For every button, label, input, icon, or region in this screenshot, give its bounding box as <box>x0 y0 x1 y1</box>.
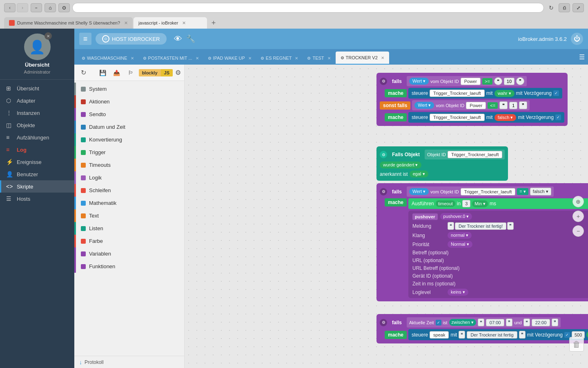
category-aktionen[interactable]: Aktionen <box>74 95 184 108</box>
instanzen-label: Instanzen <box>17 110 40 116</box>
browser-toolbar: ‹ › − ⌂ ⊙ 10.0.0.26 ↻ ⎙ ⤢ <box>0 0 588 16</box>
protocol-down-icon: ↓ <box>79 359 82 366</box>
category-trigger[interactable]: Trigger <box>74 146 184 159</box>
category-datum[interactable]: Datum und Zeit <box>74 121 184 133</box>
address-bar[interactable]: 10.0.0.26 <box>72 3 544 13</box>
browser-tab-2[interactable]: javascript - ioBroker ✕ <box>134 17 207 29</box>
cat-label-variablen: Variablen <box>89 251 111 257</box>
tab2-close[interactable]: ✕ <box>182 20 186 26</box>
refresh-script-button[interactable]: ↻ <box>78 67 89 79</box>
tab-close-1[interactable]: ✕ <box>131 56 134 61</box>
block-falls-1: ⚙ falls Wert ▾ vom Objekt ID Power >= ❝ … <box>376 73 568 126</box>
export-button[interactable]: 📤 <box>111 67 122 79</box>
reload-button[interactable]: ↻ <box>546 3 556 13</box>
tab-label-3: IPAD WAKE UP <box>213 56 245 61</box>
avatar-close-button[interactable]: ✕ <box>45 32 52 40</box>
category-konvertierung[interactable]: Konvertierung <box>74 133 184 146</box>
trash-icon[interactable]: 🗑 <box>569 337 584 352</box>
adapter-icon: ⬡ <box>6 97 13 104</box>
sidebar-item-adapter[interactable]: ⬡ Adapter <box>0 94 74 107</box>
category-text[interactable]: Text <box>74 209 184 222</box>
protocol-bar[interactable]: ↓ Protokoll <box>74 356 184 368</box>
cat-label-aktionen: Aktionen <box>89 99 110 105</box>
nav-back-button[interactable]: ‹ <box>4 3 16 12</box>
script-tab-trockner[interactable]: ⚙ TROCKNER V2 ✕ <box>336 52 389 65</box>
sidebar-item-instanzen[interactable]: ⋮ Instanzen <box>0 107 74 119</box>
scroll-zoom-in-button[interactable]: + <box>572 211 584 222</box>
new-tab-button[interactable]: + <box>208 17 219 29</box>
sidebar-item-log[interactable]: ≡ Log <box>0 144 74 156</box>
script-tab-postkasten[interactable]: ⚙ POSTKASTEN MIT ... ✕ <box>139 52 203 65</box>
browser-tab-1[interactable]: Dumme Waschmaschine mit Shelly S überwac… <box>4 17 133 29</box>
settings-icon[interactable]: ⚙ <box>175 69 181 76</box>
cat-label-schleifen: Schleifen <box>89 187 111 193</box>
sidebar-item-ereignisse[interactable]: ⚡ Ereignisse <box>0 156 74 168</box>
sidebar-username: Übersicht <box>25 62 49 68</box>
cat-label-text: Text <box>89 213 99 219</box>
sidebar-item-benutzer[interactable]: 👤 Benutzer <box>0 168 74 180</box>
sidebar-item-aufzahlungen[interactable]: ≡ Aufzählungen <box>0 131 74 144</box>
gear-icon-2: ⚙ <box>380 151 387 158</box>
host-label: HOST IOBROCKER <box>112 36 160 42</box>
script-tab-test[interactable]: ⚙ TEST ✕ <box>303 52 334 65</box>
nav-forward-button[interactable]: › <box>17 3 28 12</box>
category-mathematik[interactable]: Mathematik <box>74 197 184 209</box>
tab-label-2: POSTKASTEN MIT ... <box>148 56 192 61</box>
blockly-toggle-button[interactable]: blockly <box>139 69 161 76</box>
sidebar-item-objekte[interactable]: ◫ Objekte <box>0 119 74 131</box>
category-system[interactable]: System <box>74 83 184 95</box>
tab-close-6[interactable]: ✕ <box>381 56 384 60</box>
scroll-center-button[interactable]: ⊕ <box>572 196 584 207</box>
category-listen[interactable]: Listen <box>74 222 184 235</box>
sidebar-item-hosts[interactable]: ☰ Hosts <box>0 193 74 205</box>
blockly-workspace[interactable]: ⚙ falls Wert ▾ vom Objekt ID Power >= ❝ … <box>185 65 588 368</box>
host-circle-icon: ⊙ <box>102 35 109 43</box>
hamburger-button[interactable]: ≡ <box>79 33 91 45</box>
tab-close-3[interactable]: ✕ <box>248 56 252 61</box>
gear-icon-1: ⚙ <box>380 78 387 85</box>
category-variablen[interactable]: Variablen <box>74 247 184 260</box>
wrench-icon[interactable]: 🔧 <box>186 34 195 43</box>
power-button[interactable]: ⏻ <box>571 33 583 45</box>
script-tab-esregnet[interactable]: ⚙ ES REGNET ✕ <box>256 52 303 65</box>
hosts-label: Hosts <box>17 196 30 202</box>
flag-button[interactable]: 🏳 <box>125 67 136 79</box>
tab1-close[interactable]: ✕ <box>124 20 128 26</box>
blockly-categories: ↻ 💾 📤 🏳 blockly JS ⚙ System <box>74 65 185 368</box>
sidebar-item-skripte[interactable]: <> Skripte <box>0 180 74 193</box>
sidebar-item-ubersicht[interactable]: ⊞ Übersicht <box>0 82 74 94</box>
skripte-icon: <> <box>6 183 13 190</box>
tab-icon-4: ⚙ <box>261 56 264 61</box>
cat-label-konv: Konvertierung <box>89 137 122 143</box>
share-button[interactable]: ⎙ <box>559 3 570 12</box>
category-farbe[interactable]: Farbe <box>74 235 184 247</box>
script-tab-waschmaschine[interactable]: ⚙ WASCHMASCHINE ✕ <box>78 52 138 65</box>
aufzahlungen-label: Aufzählungen <box>17 135 49 141</box>
tab-close-2[interactable]: ✕ <box>196 56 199 61</box>
window-minimize-button[interactable]: − <box>31 3 42 12</box>
eye-icon[interactable]: 👁 <box>174 34 182 44</box>
blockly-js-toggle: blockly JS <box>139 69 173 76</box>
hosts-icon: ☰ <box>6 195 13 202</box>
window-fullscreen-button[interactable]: ⤢ <box>572 3 584 12</box>
tab-close-4[interactable]: ✕ <box>295 56 298 61</box>
home-button[interactable]: ⌂ <box>45 3 56 12</box>
category-funktionen[interactable]: Funktionen <box>74 260 184 273</box>
category-sendto[interactable]: Sendto <box>74 108 184 121</box>
cat-color-listen <box>81 226 86 231</box>
category-timeouts[interactable]: Timeouts <box>74 159 184 171</box>
bookmark-button[interactable]: ⊙ <box>58 3 70 12</box>
tab-close-5[interactable]: ✕ <box>327 56 331 61</box>
block-falls-4: ⚙ falls Aktuelle Zeit ✓ ist zwischen ▾ ❝… <box>376 314 588 343</box>
script-tab-ipad[interactable]: ⚙ IPAD WAKE UP ✕ <box>204 52 256 65</box>
js-toggle-button[interactable]: JS <box>161 69 173 76</box>
benutzer-icon: 👤 <box>6 171 13 177</box>
tabs-menu-icon[interactable]: ☰ <box>579 53 585 61</box>
category-logik[interactable]: Logik <box>74 171 184 184</box>
category-schleifen[interactable]: Schleifen <box>74 184 184 197</box>
tab-icon-6: ⚙ <box>341 56 344 60</box>
scroll-zoom-out-button[interactable]: − <box>572 225 584 237</box>
save-button[interactable]: 💾 <box>97 67 109 79</box>
tab-icon-3: ⚙ <box>208 56 212 61</box>
content-area: ↻ 💾 📤 🏳 blockly JS ⚙ System <box>74 65 588 368</box>
